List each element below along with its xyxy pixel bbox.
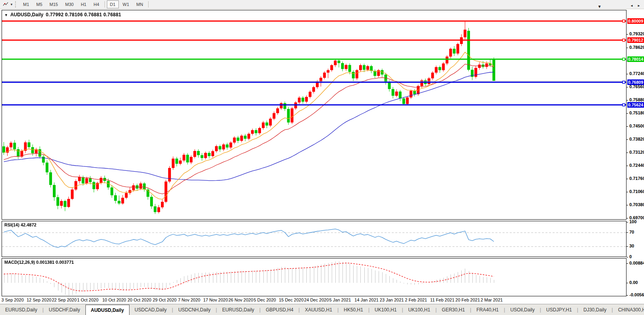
timeframe-button-H4[interactable]: H4: [90, 0, 102, 8]
axis-tick-mark: [627, 74, 628, 74]
date-axis-label: 29 Oct 2020: [153, 298, 176, 302]
chart-tab-hk50-h1[interactable]: HK50,H1: [338, 304, 368, 315]
hline-price-label: 0.76809: [627, 79, 644, 85]
rsi-label: RSI(14) 42.4872: [4, 222, 37, 227]
price-tick-label: 0.78620: [629, 45, 644, 50]
hline-price-label: 0.78014: [627, 56, 644, 62]
chart-tab-uk100-h1[interactable]: UK100,H1: [369, 304, 402, 315]
chart-shift-marker-icon[interactable]: ▼: [598, 5, 601, 9]
price-chart-canvas[interactable]: [2, 10, 626, 219]
macd-label: MACD(12,26,9) 0.001381 0.003771: [4, 260, 74, 265]
date-axis-label: 2 Feb 2021: [405, 298, 427, 302]
date-axis-label: 20 Oct 2020: [128, 298, 151, 302]
chart-tab-usoil-daily[interactable]: USOil,Daily: [505, 304, 540, 315]
price-tick-label: 0.73120: [629, 150, 644, 155]
date-axis-label: 3 Sep 2020: [2, 298, 24, 302]
chart-tab-dj30-daily[interactable]: DJ30,Daily: [578, 304, 611, 315]
date-axis-label: 2 Mar 2021: [481, 298, 503, 302]
date-axis-label: 14 Jan 2021: [354, 298, 379, 302]
price-tick-label: 0.71060: [629, 189, 644, 194]
axis-tick-mark: [627, 48, 628, 48]
price-tick-label: 0.77240: [629, 71, 644, 76]
axis-tick-mark: [627, 205, 628, 205]
chart-tab-eurusd-daily[interactable]: EURUSD,Daily: [217, 304, 259, 315]
axis-tick-mark: [627, 126, 628, 127]
top-toolbar: ▼ M1M5M15M30H1H4D1W1MN: [0, 0, 644, 9]
line-tool-icon[interactable]: [2, 1, 9, 8]
chart-tab-bar: EURUSD,Daily|USDCHF,DailyAUDUSD,DailyUSD…: [0, 304, 644, 315]
date-axis-label: 11 Feb 2021: [430, 298, 454, 302]
chart-tab-usdcad-daily[interactable]: USDCAD,Daily: [130, 304, 172, 315]
tabs-scroll-left-icon[interactable]: ◄: [630, 0, 633, 11]
axis-tick-mark: [627, 295, 628, 296]
date-axis-label: 17 Nov 2020: [203, 298, 228, 302]
date-axis-label: 7 Nov 2020: [178, 298, 200, 302]
axis-tick-mark: [627, 153, 628, 153]
date-axis-label: 24 Dec 2020: [304, 298, 329, 302]
timeframe-button-group: M1M5M15M30H1H4D1W1MN: [19, 0, 147, 8]
price-tick-label: 0.74500: [629, 124, 644, 128]
price-tick-label: 0.70380: [629, 202, 644, 207]
timeframe-button-W1[interactable]: W1: [120, 0, 133, 8]
date-axis-label: 5 Dec 2020: [253, 298, 276, 302]
price-tick-label: 0.71760: [629, 176, 644, 181]
price-tick-label: 0.79320: [629, 31, 644, 36]
tool-dropdown-caret-icon[interactable]: ▼: [10, 3, 14, 6]
axis-tick-mark: [627, 166, 628, 166]
date-axis-label: 22 Sep 2020: [52, 298, 76, 302]
date-axis-label: 5 Jan 2021: [329, 298, 351, 302]
timeframe-button-M30[interactable]: M30: [62, 0, 77, 8]
hline-price-label: 0.75624: [627, 102, 644, 108]
timeframe-button-M1[interactable]: M1: [20, 0, 32, 8]
macd-tick-label: -0.00565: [629, 292, 644, 297]
toolbar-grip[interactable]: [15, 1, 17, 8]
chart-tab-china300-h1[interactable]: CHINA300,H1: [613, 304, 644, 315]
chart-tab-xauusd-h1[interactable]: XAUUSD,H1: [300, 304, 337, 315]
date-axis-label: 20 Feb 2021: [455, 298, 480, 302]
chart-title: ▼AUDUSD,Daily0.77992 0.78106 0.76881 0.7…: [4, 12, 121, 17]
collapse-triangle-icon[interactable]: ▼: [4, 13, 8, 17]
toolbar-separator: [148, 1, 149, 8]
chart-tab-usdcnh-daily[interactable]: USDCNH,Daily: [173, 304, 216, 315]
hline-price-label: 0.79012: [627, 37, 644, 43]
timeframe-button-M5[interactable]: M5: [33, 0, 45, 8]
axis-tick-mark: [627, 192, 628, 192]
chart-ohlc-values: 0.77992 0.78106 0.76881 0.76881: [46, 12, 121, 17]
chart-tab-uk100-h1[interactable]: UK100,H1: [403, 304, 435, 315]
price-tick-label: 0.72440: [629, 163, 644, 168]
axis-tick-mark: [627, 113, 628, 114]
axis-tick-mark: [627, 87, 628, 87]
chart-tab-gbpusd-h4[interactable]: GBPUSD,H4: [261, 304, 298, 315]
trading-platform-window: ▼ M1M5M15M30H1H4D1W1MN ▼AUDUSD,Daily0.77…: [0, 0, 644, 315]
rsi-tick-label: 30: [629, 243, 634, 248]
chart-tab-audusd-daily[interactable]: AUDUSD,Daily: [85, 305, 130, 315]
axis-tick-mark: [627, 222, 628, 222]
axis-tick-mark: [627, 100, 628, 100]
price-tick-label: 0.73820: [629, 137, 644, 141]
chart-tab-usdchf-daily[interactable]: USDCHF,Daily: [44, 304, 85, 315]
date-axis-label: 23 Jan 2021: [380, 298, 404, 302]
macd-canvas[interactable]: [2, 259, 626, 296]
macd-tick-label: 0.00: [629, 280, 638, 285]
chart-tab-eurusd-daily[interactable]: EURUSD,Daily: [0, 304, 43, 315]
chart-tab-ger30-h1[interactable]: GER30,H1: [437, 304, 470, 315]
date-axis-label: 15 Dec 2020: [279, 298, 304, 302]
toolbar-separator: [104, 1, 105, 8]
axis-tick-mark: [627, 218, 628, 218]
chart-tab-usdjpy-h1[interactable]: USDJPY,H1: [541, 304, 577, 315]
rsi-canvas[interactable]: [2, 221, 626, 257]
price-chart-pane: ▼AUDUSD,Daily0.77992 0.78106 0.76881 0.7…: [2, 10, 627, 220]
date-axis-label: 10 Oct 2020: [102, 298, 126, 302]
timeframe-button-MN[interactable]: MN: [133, 0, 146, 8]
axis-tick-mark: [627, 257, 628, 257]
timeframe-button-M15[interactable]: M15: [46, 0, 61, 8]
tabs-scroll-right-icon[interactable]: ►: [637, 0, 640, 11]
rsi-tick-label: 0: [629, 254, 632, 259]
macd-indicator-pane: MACD(12,26,9) 0.001381 0.003771: [2, 258, 627, 296]
timeframe-button-H1[interactable]: H1: [77, 0, 89, 8]
rsi-indicator-pane: RSI(14) 42.4872: [2, 221, 627, 257]
rsi-tick-label: 100: [629, 219, 636, 224]
price-tick-label: 0.75880: [629, 97, 644, 102]
timeframe-button-D1[interactable]: D1: [107, 0, 119, 8]
chart-tab-fra40-h1[interactable]: FRA40,H1: [471, 304, 504, 315]
